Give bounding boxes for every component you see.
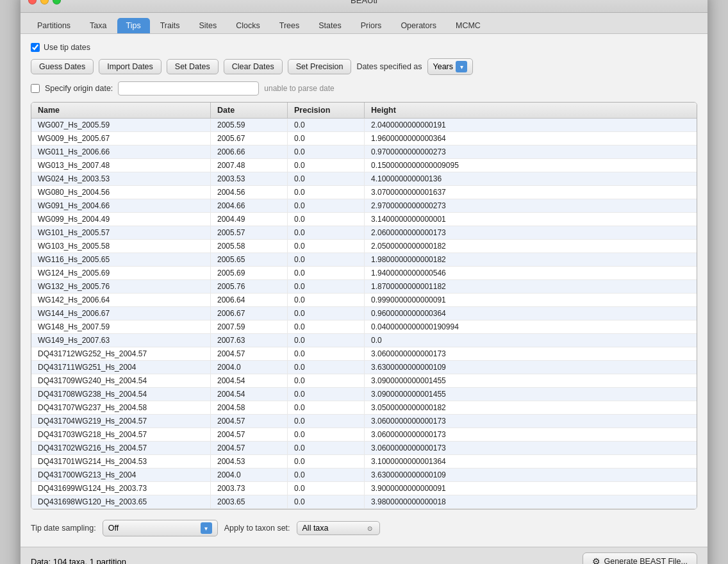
tab-states[interactable]: States [310, 18, 350, 33]
set-precision-button[interactable]: Set Precision [288, 59, 352, 74]
table-row[interactable]: DQ431708WG238_Hs_2004.542004.540.03.0900… [31, 388, 697, 401]
table-row[interactable]: WG024_Hs_2003.532003.530.04.100000000000… [31, 172, 697, 186]
tab-priors[interactable]: Priors [352, 18, 391, 33]
table-row[interactable]: WG011_Hs_2006.662006.660.00.970000000000… [31, 145, 697, 159]
cell-precision: 0.0 [288, 347, 365, 360]
cell-height: 3.0900000000001455 [365, 388, 697, 401]
tab-partitions[interactable]: Partitions [28, 18, 79, 33]
cell-date: 2003.73 [211, 482, 288, 495]
cell-height: 0.9990000000000091 [365, 294, 697, 306]
table-row[interactable]: DQ431698WG120_Hs_2003.652003.650.03.9800… [31, 495, 697, 509]
tip-date-sampling-arrow-icon: ▾ [201, 522, 212, 534]
cell-date: 2004.53 [211, 455, 288, 468]
tab-clocks[interactable]: Clocks [227, 18, 269, 33]
cell-name: WG080_Hs_2004.56 [31, 186, 211, 199]
table-row[interactable]: DQ431699WG124_Hs_2003.732003.730.03.9000… [31, 482, 697, 495]
table-row[interactable]: WG144_Hs_2006.672006.670.00.960000000000… [31, 307, 697, 320]
cell-precision: 0.0 [288, 119, 365, 131]
cell-precision: 0.0 [288, 307, 365, 320]
table-row[interactable]: WG013_Hs_2007.482007.480.00.150000000000… [31, 159, 697, 172]
tab-sites[interactable]: Sites [190, 18, 226, 33]
cell-date: 2004.58 [211, 401, 288, 414]
apply-to-taxon-set-label: Apply to taxon set: [224, 524, 290, 533]
table-row[interactable]: WG009_Hs_2005.672005.670.01.960000000000… [31, 132, 697, 145]
cell-name: DQ431704WG219_Hs_2004.57 [31, 415, 211, 427]
table-row[interactable]: WG007_Hs_2005.592005.590.02.040000000000… [31, 119, 697, 132]
cell-name: WG013_Hs_2007.48 [31, 159, 211, 172]
years-dropdown[interactable]: Years ▾ [427, 58, 474, 75]
cell-name: WG149_Hs_2007.63 [31, 334, 211, 347]
table-row[interactable]: DQ431701WG214_Hs_2004.532004.530.03.1000… [31, 455, 697, 469]
table-row[interactable]: WG101_Hs_2005.572005.570.02.060000000000… [31, 226, 697, 240]
cell-height: 2.9700000000000273 [365, 199, 697, 212]
table-row[interactable]: DQ431712WG252_Hs_2004.572004.570.03.0600… [31, 347, 697, 361]
cell-height: 3.9800000000000018 [365, 495, 697, 508]
cell-name: WG009_Hs_2005.67 [31, 132, 211, 145]
table-row[interactable]: DQ431709WG240_Hs_2004.542004.540.03.0900… [31, 374, 697, 388]
table-row[interactable]: DQ431704WG219_Hs_2004.572004.570.03.0600… [31, 415, 697, 428]
tab-traits[interactable]: Traits [151, 18, 189, 33]
import-dates-button[interactable]: Import Dates [99, 59, 161, 74]
tab-tips[interactable]: Tips [117, 18, 150, 33]
table-row[interactable]: WG149_Hs_2007.632007.630.00.0 [31, 334, 697, 347]
table-row[interactable]: WG080_Hs_2004.562004.560.03.070000000000… [31, 186, 697, 199]
origin-date-input[interactable] [118, 81, 259, 95]
cell-precision: 0.0 [288, 253, 365, 266]
table-row[interactable]: WG116_Hs_2005.652005.650.01.980000000000… [31, 253, 697, 267]
tab-operators[interactable]: Operators [392, 18, 445, 33]
cell-name: DQ431703WG218_Hs_2004.57 [31, 428, 211, 441]
use-tip-dates-checkbox[interactable] [31, 43, 40, 52]
clear-dates-button[interactable]: Clear Dates [224, 59, 283, 74]
table-row[interactable]: WG124_Hs_2005.692005.690.01.940000000000… [31, 267, 697, 280]
cell-precision: 0.0 [288, 213, 365, 226]
cell-name: WG148_Hs_2007.59 [31, 320, 211, 333]
table-row[interactable]: WG148_Hs_2007.592007.590.00.040000000000… [31, 320, 697, 334]
window-title: BEAUti [351, 0, 377, 5]
cell-date: 2004.66 [211, 199, 288, 212]
specify-origin-checkbox[interactable] [31, 84, 40, 93]
cell-name: WG144_Hs_2006.67 [31, 307, 211, 320]
cell-date: 2004.57 [211, 415, 288, 427]
table-row[interactable]: DQ431711WG251_Hs_20042004.00.03.63000000… [31, 361, 697, 374]
tab-taxa[interactable]: Taxa [81, 18, 115, 33]
cell-name: WG116_Hs_2005.65 [31, 253, 211, 266]
tip-date-sampling-dropdown[interactable]: Off ▾ [103, 520, 218, 536]
tab-trees[interactable]: Trees [270, 18, 309, 33]
maximize-button[interactable] [53, 0, 61, 4]
cell-height: 0.9600000000000364 [365, 307, 697, 320]
table-row[interactable]: DQ431703WG218_Hs_2004.572004.570.03.0600… [31, 428, 697, 442]
cell-name: WG024_Hs_2003.53 [31, 172, 211, 185]
cell-height: 3.0600000000000173 [365, 442, 697, 454]
table-row[interactable]: WG103_Hs_2005.582005.580.02.050000000000… [31, 240, 697, 253]
cell-precision: 0.0 [288, 455, 365, 468]
table-row[interactable]: DQ431702WG216_Hs_2004.572004.570.03.0600… [31, 442, 697, 455]
cell-name: DQ431711WG251_Hs_2004 [31, 361, 211, 374]
cell-height: 2.0400000000000191 [365, 119, 697, 131]
cell-date: 2004.0 [211, 469, 288, 481]
cell-name: DQ431702WG216_Hs_2004.57 [31, 442, 211, 454]
minimize-button[interactable] [40, 0, 49, 4]
cell-height: 3.0500000000000182 [365, 401, 697, 414]
table-row[interactable]: DQ431707WG237_Hs_2004.582004.580.03.0500… [31, 401, 697, 415]
guess-dates-button[interactable]: Guess Dates [31, 59, 94, 74]
apply-to-taxon-set-arrow-icon: ⊙ [365, 524, 374, 533]
table-row[interactable]: DQ431700WG213_Hs_20042004.00.03.63000000… [31, 469, 697, 482]
statusbar: Data: 104 taxa, 1 partition ⚙ Generate B… [21, 547, 707, 564]
col-height-header: Height [365, 103, 697, 118]
cell-date: 2003.65 [211, 495, 288, 508]
cell-date: 2007.63 [211, 334, 288, 347]
cell-date: 2005.65 [211, 253, 288, 266]
cell-date: 2004.49 [211, 213, 288, 226]
cell-precision: 0.0 [288, 132, 365, 145]
set-dates-button[interactable]: Set Dates [167, 59, 219, 74]
cell-height: 0.9700000000000273 [365, 145, 697, 158]
generate-beast-file-button[interactable]: ⚙ Generate BEAST File... [583, 552, 697, 564]
apply-to-taxon-set-dropdown[interactable]: All taxa ⊙ [297, 521, 380, 535]
table-row[interactable]: WG142_Hs_2006.642006.640.00.999000000000… [31, 294, 697, 307]
table-row[interactable]: WG091_Hs_2004.662004.660.02.970000000000… [31, 199, 697, 213]
tab-mcmc[interactable]: MCMC [447, 18, 490, 33]
table-row[interactable]: WG099_Hs_2004.492004.490.03.140000000000… [31, 213, 697, 226]
close-button[interactable] [28, 0, 37, 4]
table-row[interactable]: WG132_Hs_2005.762005.760.01.870000000000… [31, 280, 697, 294]
cell-name: WG091_Hs_2004.66 [31, 199, 211, 212]
